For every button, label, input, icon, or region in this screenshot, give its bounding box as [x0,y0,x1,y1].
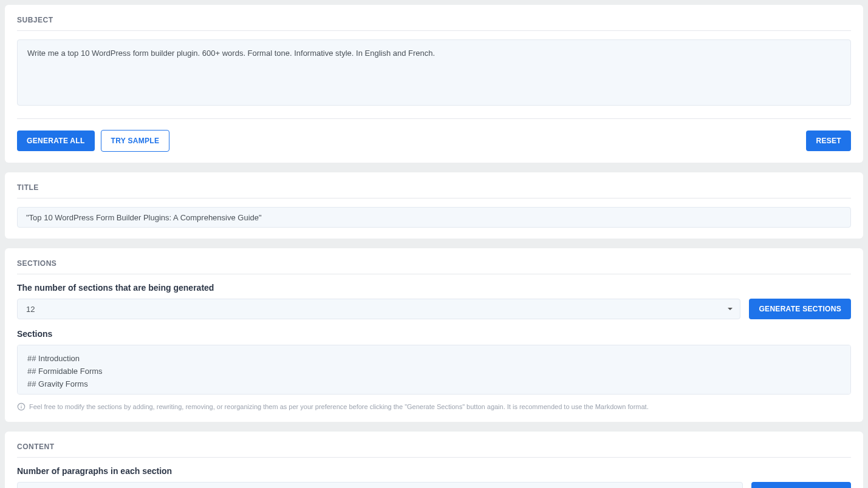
subject-textarea[interactable]: Write me a top 10 WordPress form builder… [17,39,851,106]
content-heading: CONTENT [17,442,851,458]
sections-count-label: The number of sections that are being ge… [17,283,851,293]
subject-heading: SUBJECT [17,16,851,31]
title-input[interactable] [17,207,851,228]
svg-point-2 [21,405,21,405]
content-paragraphs-row: 3 GENERATE CONTENT [17,482,851,488]
sections-list-label: Sections [17,329,851,339]
info-icon [17,402,26,411]
sections-info-note: Feel free to modify the sections by addi… [17,402,851,411]
sections-textarea[interactable]: ## Introduction ## Formidable Forms ## G… [17,345,851,395]
sections-card: SECTIONS The number of sections that are… [5,248,863,422]
sections-info-text: Feel free to modify the sections by addi… [29,403,649,410]
generate-sections-button[interactable]: GENERATE SECTIONS [749,299,851,319]
reset-button[interactable]: RESET [806,130,851,151]
subject-card: SUBJECT Write me a top 10 WordPress form… [5,5,863,163]
subject-divider [17,118,851,119]
sections-count-select[interactable]: 12 [17,299,740,319]
paragraphs-select[interactable]: 3 [17,482,743,488]
try-sample-button[interactable]: TRY SAMPLE [101,130,170,152]
content-paragraphs-label: Number of paragraphs in each section [17,466,851,476]
generate-all-button[interactable]: GENERATE ALL [17,130,95,151]
generate-content-button[interactable]: GENERATE CONTENT [751,482,851,488]
sections-heading: SECTIONS [17,259,851,274]
subject-buttons: GENERATE ALL TRY SAMPLE RESET [17,130,851,152]
sections-count-row: 12 GENERATE SECTIONS [17,299,851,319]
title-card: TITLE [5,172,863,239]
title-heading: TITLE [17,183,851,198]
content-card: CONTENT Number of paragraphs in each sec… [5,432,863,488]
